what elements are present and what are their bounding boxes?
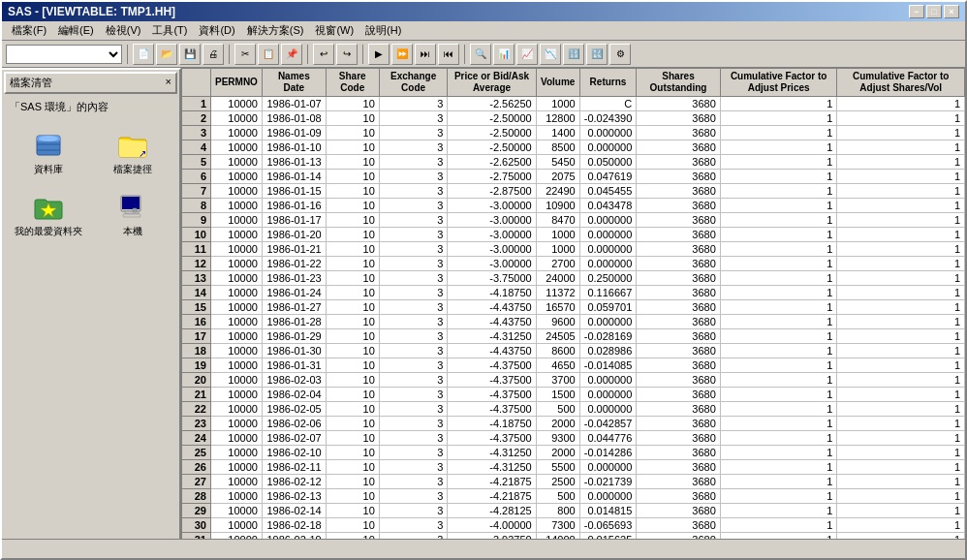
table-cell[interactable]: 3: [379, 504, 448, 518]
table-cell[interactable]: 0.044776: [579, 431, 637, 446]
table-cell[interactable]: 17: [182, 329, 211, 344]
table-cell[interactable]: 8: [182, 199, 211, 213]
table-cell[interactable]: 3680: [637, 504, 721, 518]
table-cell[interactable]: 1: [720, 446, 837, 460]
table-cell[interactable]: 24: [182, 431, 211, 446]
table-cell[interactable]: 3: [379, 431, 448, 446]
table-cell[interactable]: 1: [720, 504, 837, 518]
col-volume[interactable]: Volume: [536, 69, 579, 97]
left-panel-close[interactable]: ×: [166, 76, 172, 90]
table-cell[interactable]: 1: [720, 271, 837, 286]
table-cell[interactable]: 10: [326, 170, 379, 184]
table-cell[interactable]: 1: [837, 431, 965, 446]
table-cell[interactable]: 1: [837, 170, 965, 184]
table-cell[interactable]: 1986-01-10: [262, 140, 326, 155]
table-cell[interactable]: 3: [379, 228, 448, 242]
table-cell[interactable]: 1986-01-07: [262, 97, 326, 111]
table-cell[interactable]: 10000: [211, 257, 263, 271]
table-cell[interactable]: -2.56250: [448, 97, 536, 111]
table-cell[interactable]: 1986-01-15: [262, 184, 326, 199]
table-cell[interactable]: 3680: [637, 242, 721, 257]
toolbar-print[interactable]: 🖨: [203, 44, 224, 65]
table-cell[interactable]: 3: [379, 300, 448, 315]
table-cell[interactable]: 1000: [536, 228, 579, 242]
table-cell[interactable]: -4.37500: [448, 358, 536, 373]
table-cell[interactable]: 1000: [536, 242, 579, 257]
menu-window[interactable]: 視窗(W): [309, 21, 359, 40]
table-cell[interactable]: 3680: [637, 213, 721, 228]
table-cell[interactable]: 1: [837, 475, 965, 489]
table-cell[interactable]: 3680: [637, 402, 721, 417]
table-cell[interactable]: 21: [182, 388, 211, 402]
table-cell[interactable]: 30: [182, 518, 211, 533]
table-cell[interactable]: 1986-02-11: [262, 460, 326, 475]
table-cell[interactable]: 10000: [211, 489, 263, 504]
table-cell[interactable]: 4: [182, 140, 211, 155]
table-cell[interactable]: 10000: [211, 97, 263, 111]
table-cell[interactable]: 1: [837, 199, 965, 213]
table-cell[interactable]: 24505: [536, 329, 579, 344]
table-cell[interactable]: 3680: [637, 257, 721, 271]
table-cell[interactable]: 10000: [211, 344, 263, 358]
table-cell[interactable]: 3680: [637, 184, 721, 199]
table-cell[interactable]: 9300: [536, 431, 579, 446]
table-cell[interactable]: 10: [326, 417, 379, 431]
table-cell[interactable]: 10: [326, 155, 379, 170]
table-cell[interactable]: 1: [837, 446, 965, 460]
table-cell[interactable]: 3680: [637, 344, 721, 358]
table-cell[interactable]: 11372: [536, 286, 579, 300]
table-cell[interactable]: 1: [720, 155, 837, 170]
table-cell[interactable]: 10: [326, 358, 379, 373]
table-cell[interactable]: 10000: [211, 286, 263, 300]
table-cell[interactable]: 1500: [536, 388, 579, 402]
table-cell[interactable]: 10: [326, 373, 379, 388]
table-cell[interactable]: 10: [326, 431, 379, 446]
table-cell[interactable]: -4.18750: [448, 417, 536, 431]
table-cell[interactable]: 3680: [637, 271, 721, 286]
table-cell[interactable]: -0.028169: [579, 329, 637, 344]
table-cell[interactable]: -4.37500: [448, 388, 536, 402]
table-cell[interactable]: 1: [837, 184, 965, 199]
table-cell[interactable]: -4.31250: [448, 446, 536, 460]
table-cell[interactable]: 10000: [211, 126, 263, 140]
toolbar-undo[interactable]: ↩: [313, 44, 334, 65]
table-cell[interactable]: 5450: [536, 155, 579, 170]
table-cell[interactable]: 3: [379, 518, 448, 533]
table-cell[interactable]: 1986-01-08: [262, 111, 326, 126]
col-names-date[interactable]: Names Date: [262, 69, 326, 97]
table-cell[interactable]: 10000: [211, 388, 263, 402]
toolbar-b3[interactable]: ⏭: [415, 44, 436, 65]
table-cell[interactable]: 3680: [637, 489, 721, 504]
table-cell[interactable]: 3680: [637, 417, 721, 431]
toolbar-b1[interactable]: ▶: [368, 44, 390, 65]
table-cell[interactable]: 1986-01-31: [262, 358, 326, 373]
table-cell[interactable]: 1: [720, 460, 837, 475]
table-cell[interactable]: 10: [326, 315, 379, 329]
toolbar-save[interactable]: 💾: [179, 44, 201, 65]
table-cell[interactable]: 1986-02-04: [262, 388, 326, 402]
table-cell[interactable]: 3680: [637, 358, 721, 373]
table-cell[interactable]: 1986-01-27: [262, 300, 326, 315]
table-cell[interactable]: 10: [326, 504, 379, 518]
table-cell[interactable]: -0.065693: [579, 518, 637, 533]
table-cell[interactable]: 1986-01-20: [262, 228, 326, 242]
table-cell[interactable]: 1: [837, 489, 965, 504]
table-cell[interactable]: 0.250000: [579, 271, 637, 286]
table-cell[interactable]: 1: [837, 213, 965, 228]
table-cell[interactable]: 10: [326, 286, 379, 300]
table-cell[interactable]: 3680: [637, 170, 721, 184]
table-cell[interactable]: 1: [837, 242, 965, 257]
close-button[interactable]: ×: [944, 5, 959, 18]
table-cell[interactable]: 3680: [637, 373, 721, 388]
table-cell[interactable]: 1: [837, 504, 965, 518]
table-cell[interactable]: -2.50000: [448, 126, 536, 140]
col-price[interactable]: Price or Bid/Ask Average: [448, 69, 536, 97]
col-cum-factor-prices[interactable]: Cumulative Factor to Adjust Prices: [720, 69, 837, 97]
table-cell[interactable]: -2.75000: [448, 170, 536, 184]
table-cell[interactable]: 10000: [211, 446, 263, 460]
table-cell[interactable]: 10: [326, 300, 379, 315]
table-cell[interactable]: -4.31250: [448, 329, 536, 344]
table-cell[interactable]: 3: [182, 126, 211, 140]
table-cell[interactable]: 3: [379, 388, 448, 402]
table-cell[interactable]: 1: [837, 518, 965, 533]
